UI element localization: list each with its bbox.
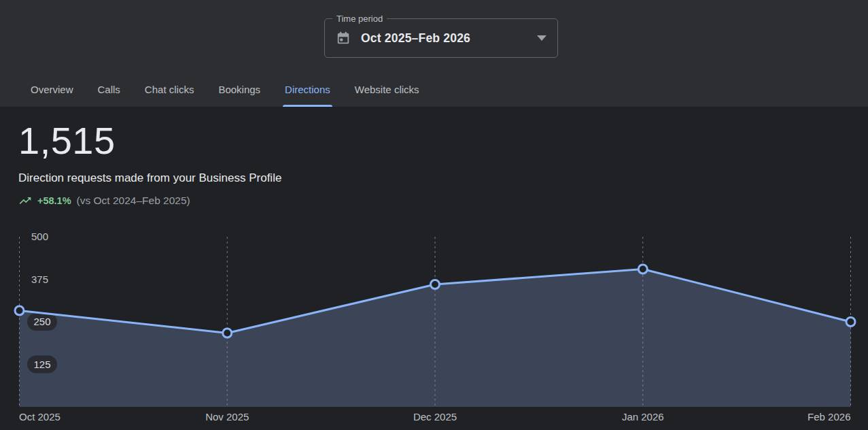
y-tick-label: 250	[33, 316, 50, 327]
x-tick-label: Nov 2025	[205, 411, 249, 423]
tab-label: Website clicks	[355, 84, 419, 95]
y-tick-label: 125	[33, 359, 50, 370]
x-tick-label: Feb 2026	[808, 411, 850, 423]
trend-row: +58.1% (vs Oct 2024–Feb 2025)	[18, 194, 494, 208]
x-tick-label: Dec 2025	[413, 411, 457, 423]
directions-panel: 1,515 Direction requests made from your …	[18, 108, 494, 208]
y-tick-label: 375	[31, 274, 48, 285]
time-period-value: Oct 2025–Feb 2026	[361, 31, 470, 46]
tab-calls[interactable]: Calls	[86, 71, 133, 107]
trending-up-icon	[18, 194, 32, 208]
time-period-label: Time period	[332, 13, 387, 24]
time-period-selector[interactable]: Time period Oct 2025–Feb 2026	[324, 18, 558, 58]
dropdown-arrow-icon	[537, 35, 546, 41]
metric-value: 1,515	[18, 108, 494, 160]
tab-chat-clicks[interactable]: Chat clicks	[133, 71, 207, 107]
x-tick-label: Oct 2025	[19, 411, 60, 423]
tab-bar: OverviewCallsChat clicksBookingsDirectio…	[0, 71, 868, 107]
tab-overview[interactable]: Overview	[18, 71, 86, 107]
tab-directions[interactable]: Directions	[273, 71, 343, 107]
tab-bookings[interactable]: Bookings	[206, 71, 273, 107]
tab-label: Chat clicks	[145, 84, 194, 95]
active-tab-indicator	[283, 105, 332, 107]
trend-comparison: (vs Oct 2024–Feb 2025)	[77, 195, 190, 207]
tab-label: Calls	[98, 84, 120, 95]
calendar-icon	[336, 31, 351, 46]
data-point-marker[interactable]	[431, 280, 440, 289]
data-point-marker[interactable]	[223, 329, 232, 337]
y-tick-label: 500	[31, 231, 48, 242]
data-point-marker[interactable]	[638, 265, 647, 274]
chart-area: 125250375500Oct 2025Nov 2025Dec 2025Jan …	[0, 226, 868, 430]
business-profile-performance-page: Time period Oct 2025–Feb 2026 OverviewCa…	[0, 0, 868, 430]
trend-change: +58.1%	[37, 195, 71, 206]
tab-label: Overview	[31, 84, 73, 95]
data-point-marker[interactable]	[15, 306, 24, 315]
x-tick-label: Jan 2026	[622, 411, 664, 423]
data-point-marker[interactable]	[846, 318, 855, 327]
tab-website-clicks[interactable]: Website clicks	[343, 71, 432, 107]
header: Time period Oct 2025–Feb 2026 OverviewCa…	[0, 0, 868, 108]
directions-line-chart[interactable]: 125250375500Oct 2025Nov 2025Dec 2025Jan …	[0, 226, 868, 430]
tab-label: Bookings	[218, 84, 260, 95]
metric-description: Direction requests made from your Busine…	[18, 171, 494, 185]
tab-label: Directions	[285, 84, 330, 95]
